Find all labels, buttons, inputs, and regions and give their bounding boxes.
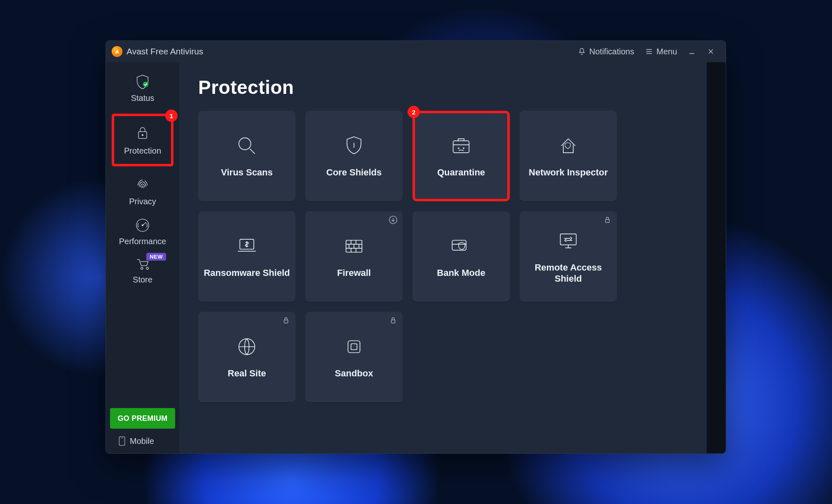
- minimize-icon: [688, 47, 696, 56]
- close-button[interactable]: [703, 47, 718, 56]
- card-shield-icon: [449, 234, 473, 258]
- svg-rect-16: [452, 240, 466, 250]
- tile-sandbox[interactable]: Sandbox: [305, 312, 403, 402]
- tile-label: Remote Access Shield: [524, 262, 613, 285]
- lock-icon: [134, 125, 151, 141]
- lock-small-icon: [389, 316, 398, 325]
- laptop-dollar-shield-icon: [235, 234, 259, 258]
- tile-label: Firewall: [337, 267, 371, 279]
- svg-rect-19: [284, 320, 288, 323]
- tile-virus-scans[interactable]: Virus Scans: [198, 111, 295, 201]
- sidebar-item-protection[interactable]: 1 Protection: [112, 114, 173, 166]
- right-gutter: [707, 62, 726, 453]
- menu-button[interactable]: Menu: [642, 44, 680, 59]
- main-content: Protection Virus Scans Core Shields 2: [179, 62, 726, 453]
- page-title: Protection: [198, 76, 709, 98]
- sandbox-square-icon: [342, 335, 366, 359]
- notifications-label: Notifications: [589, 47, 634, 56]
- go-premium-button[interactable]: GO PREMIUM: [110, 408, 175, 429]
- tile-label: Network Inspector: [529, 167, 608, 178]
- tile-core-shields[interactable]: Core Shields: [305, 111, 403, 201]
- brick-wall-icon: [342, 234, 366, 258]
- sidebar-item-label: Store: [133, 275, 152, 285]
- download-icon: [389, 215, 398, 224]
- tile-label: Virus Scans: [221, 167, 273, 178]
- svg-point-5: [141, 267, 143, 269]
- sidebar-item-label: Privacy: [129, 197, 156, 206]
- svg-rect-17: [605, 219, 609, 222]
- sidebar-item-privacy[interactable]: Privacy: [112, 177, 173, 206]
- sidebar-bottom: GO PREMIUM Mobile: [106, 408, 179, 453]
- quarantine-chest-icon: [449, 134, 473, 158]
- avast-logo-icon: [112, 46, 122, 57]
- menu-label: Menu: [656, 47, 677, 56]
- svg-point-4: [142, 224, 143, 226]
- sidebar-item-store[interactable]: NEW Store: [112, 255, 173, 285]
- tile-bank-mode[interactable]: Bank Mode: [412, 211, 510, 302]
- svg-rect-10: [453, 141, 469, 153]
- svg-rect-21: [391, 320, 395, 323]
- tile-network-inspector[interactable]: Network Inspector: [520, 111, 617, 201]
- titlebar: Avast Free Antivirus Notifications Menu: [106, 41, 726, 62]
- shield-check-icon: [134, 74, 151, 90]
- gauge-icon: [134, 217, 151, 233]
- globe-icon: [235, 335, 259, 359]
- go-premium-label: GO PREMIUM: [117, 414, 167, 423]
- close-icon: [707, 47, 715, 56]
- sidebar-item-label: Status: [131, 93, 155, 103]
- tile-label: Quarantine: [437, 167, 485, 178]
- mobile-icon: [118, 436, 126, 446]
- new-badge: NEW: [146, 253, 166, 261]
- mobile-link[interactable]: Mobile: [106, 436, 154, 446]
- svg-point-0: [143, 82, 148, 87]
- sidebar-item-status[interactable]: Status: [112, 74, 173, 103]
- tile-label: Core Shields: [326, 167, 382, 178]
- hamburger-icon: [645, 47, 653, 56]
- lock-small-icon: [603, 215, 612, 224]
- svg-rect-22: [348, 341, 360, 353]
- sidebar-item-performance[interactable]: Performance: [112, 217, 173, 246]
- sidebar-item-label: Protection: [124, 146, 161, 156]
- tile-label: Real Site: [228, 368, 266, 379]
- sidebar-item-label: Performance: [119, 237, 166, 246]
- svg-rect-23: [351, 344, 357, 350]
- svg-point-2: [142, 134, 143, 135]
- svg-point-11: [458, 147, 459, 149]
- svg-rect-18: [560, 234, 577, 245]
- home-shield-icon: [556, 134, 580, 158]
- mobile-label: Mobile: [130, 436, 154, 446]
- tile-ransomware-shield[interactable]: Ransomware Shield: [198, 211, 295, 302]
- tile-label: Bank Mode: [437, 267, 485, 279]
- app-window: Avast Free Antivirus Notifications Menu: [105, 40, 726, 454]
- fingerprint-icon: [134, 177, 151, 194]
- notifications-button[interactable]: Notifications: [574, 44, 637, 59]
- svg-point-12: [463, 147, 464, 149]
- tile-grid: Virus Scans Core Shields 2 Quarantine: [198, 111, 709, 402]
- monitor-arrows-icon: [556, 229, 580, 253]
- tile-label: Ransomware Shield: [204, 267, 290, 279]
- svg-point-9: [239, 138, 251, 150]
- shield-icon: [342, 134, 366, 158]
- callout-badge-1: 1: [165, 110, 178, 122]
- callout-badge-2: 2: [408, 106, 420, 118]
- lock-small-icon: [281, 316, 291, 325]
- svg-point-6: [146, 267, 148, 269]
- magnifier-icon: [235, 134, 259, 158]
- sidebar: Status 1 Protection Pr: [106, 62, 179, 453]
- app-title: Avast Free Antivirus: [127, 47, 203, 56]
- minimize-button[interactable]: [684, 47, 699, 56]
- tile-firewall[interactable]: Firewall: [305, 211, 403, 302]
- tile-quarantine[interactable]: 2 Quarantine: [412, 111, 510, 201]
- tile-remote-access-shield[interactable]: Remote Access Shield: [520, 211, 617, 302]
- bell-icon: [578, 47, 586, 56]
- tile-label: Sandbox: [335, 368, 373, 379]
- tile-real-site[interactable]: Real Site: [198, 312, 295, 402]
